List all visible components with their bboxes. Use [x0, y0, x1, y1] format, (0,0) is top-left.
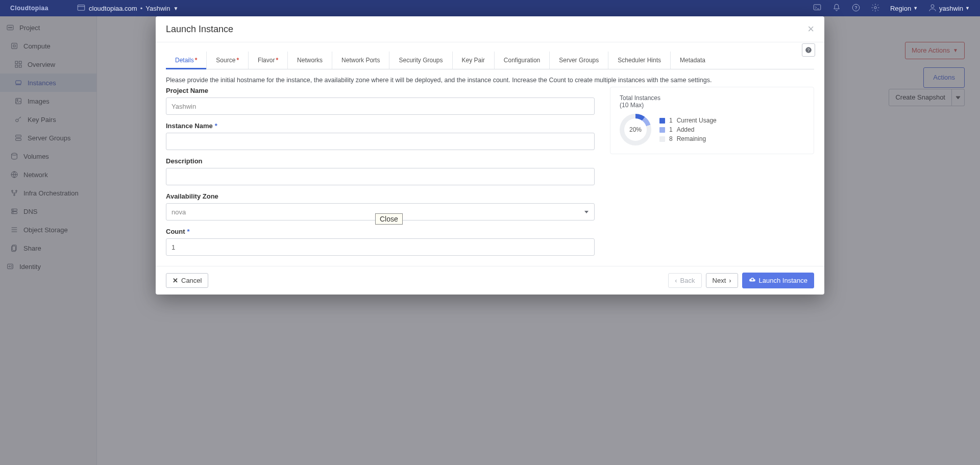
- required-star-icon: *: [195, 57, 198, 64]
- caret-down-icon: ▼: [913, 6, 918, 11]
- legend-added: 1 Added: [659, 126, 717, 133]
- modal-overlay: Launch Instance × ? Details* Source* Fla…: [0, 16, 980, 465]
- field-description: Description: [166, 157, 595, 185]
- form-area: Project Name Instance Name * Description: [166, 87, 814, 258]
- back-label: Back: [680, 277, 695, 284]
- tab-security-groups[interactable]: Security Groups: [389, 52, 452, 69]
- svg-point-7: [931, 5, 934, 8]
- tab-label: Source: [216, 57, 235, 64]
- cloud-upload-icon: [749, 276, 756, 285]
- topbar: Cloudtopiaa cloudtopiaa.com • Yashwin ▼ …: [0, 0, 980, 16]
- legend-label: Added: [677, 126, 695, 133]
- tab-scheduler-hints[interactable]: Scheduler Hints: [608, 52, 671, 69]
- tab-networks[interactable]: Networks: [288, 52, 332, 69]
- tab-source[interactable]: Source*: [207, 52, 249, 69]
- user-menu[interactable]: yashwin ▼: [928, 3, 970, 14]
- tab-label: Details: [175, 57, 194, 64]
- cancel-button[interactable]: ✕ Cancel: [166, 273, 208, 288]
- tab-flavor[interactable]: Flavor*: [249, 52, 288, 69]
- close-tooltip: Close: [375, 213, 403, 225]
- tab-network-ports[interactable]: Network Ports: [332, 52, 389, 69]
- project-name-label: Project Name: [166, 87, 595, 94]
- tab-description: Please provide the initial hostname for …: [166, 77, 814, 84]
- settings-gear-icon[interactable]: [871, 3, 880, 14]
- legend-current-usage: 1 Current Usage: [659, 117, 717, 124]
- required-star-icon: *: [236, 57, 239, 64]
- cancel-label: Cancel: [181, 277, 202, 284]
- required-star-icon: *: [215, 122, 217, 130]
- label-text: Instance Name: [166, 122, 213, 130]
- form-left: Project Name Instance Name * Description: [166, 87, 595, 258]
- close-icon[interactable]: ×: [807, 23, 814, 35]
- legend-value: 8: [669, 135, 673, 142]
- modal-footer: ✕ Cancel ‹ Back Next › Launch Instance: [156, 266, 824, 295]
- tab-label: Metadata: [680, 57, 705, 64]
- launch-instance-modal: Launch Instance × ? Details* Source* Fla…: [156, 16, 824, 295]
- console-icon[interactable]: [813, 3, 822, 14]
- svg-rect-2: [814, 5, 821, 10]
- count-label: Count *: [166, 228, 595, 235]
- chevron-left-icon: ‹: [675, 277, 677, 284]
- tab-label: Flavor: [258, 57, 275, 64]
- bell-icon[interactable]: [832, 3, 841, 14]
- usage-max: (10 Max): [620, 102, 804, 109]
- tab-label: Server Groups: [559, 57, 599, 64]
- tab-configuration[interactable]: Configuration: [495, 52, 550, 69]
- legend-label: Current Usage: [677, 117, 717, 124]
- description-label: Description: [166, 157, 595, 165]
- swatch-icon: [659, 127, 665, 133]
- required-star-icon: *: [276, 57, 278, 64]
- svg-rect-0: [78, 5, 85, 10]
- domain-name: cloudtopiaa.com: [89, 5, 137, 12]
- instance-name-label: Instance Name *: [166, 122, 595, 130]
- tab-metadata[interactable]: Metadata: [671, 52, 715, 69]
- wizard-tabs: Details* Source* Flavor* Networks Networ…: [166, 52, 814, 69]
- usage-body: 20% 1 Current Usage 1 Added: [620, 114, 804, 145]
- help-button[interactable]: ?: [802, 43, 815, 57]
- tab-label: Key Pair: [462, 57, 485, 64]
- required-star-icon: *: [187, 228, 190, 235]
- count-input[interactable]: [166, 238, 595, 256]
- caret-down-icon: ▼: [173, 6, 178, 11]
- help-icon[interactable]: ?: [851, 3, 861, 14]
- x-icon: ✕: [173, 277, 178, 284]
- region-dropdown[interactable]: Region ▼: [890, 5, 918, 12]
- project-name: Yashwin: [145, 5, 170, 12]
- back-button: ‹ Back: [668, 273, 701, 288]
- field-project-name: Project Name: [166, 87, 595, 115]
- tab-server-groups[interactable]: Server Groups: [550, 52, 608, 69]
- project-context-switcher[interactable]: cloudtopiaa.com • Yashwin ▼: [77, 3, 178, 14]
- domain-icon: [77, 3, 86, 14]
- tab-label: Configuration: [504, 57, 540, 64]
- usage-percent: 20%: [624, 118, 647, 141]
- tab-key-pair[interactable]: Key Pair: [453, 52, 495, 69]
- legend-label: Remaining: [677, 135, 706, 142]
- usage-legend: 1 Current Usage 1 Added 8: [659, 117, 717, 142]
- tab-label: Networks: [297, 57, 323, 64]
- description-input[interactable]: [166, 168, 595, 185]
- chevron-right-icon: ›: [729, 277, 731, 284]
- swatch-icon: [659, 118, 665, 124]
- tab-label: Security Groups: [399, 57, 443, 64]
- launch-instance-button[interactable]: Launch Instance: [742, 273, 814, 288]
- availability-zone-label: Availability Zone: [166, 192, 595, 200]
- next-label: Next: [713, 277, 726, 284]
- tab-label: Network Ports: [341, 57, 380, 64]
- usage-donut-chart: 20%: [620, 114, 651, 145]
- user-icon: [928, 3, 937, 14]
- project-name-input: [166, 97, 595, 115]
- usage-panel: Total Instances (10 Max) 20% 1 Current U…: [610, 87, 814, 154]
- separator-dot: •: [140, 5, 143, 12]
- usage-title: Total Instances: [620, 94, 804, 102]
- swatch-icon: [659, 136, 665, 142]
- tab-details[interactable]: Details*: [166, 52, 207, 69]
- svg-text:?: ?: [807, 48, 810, 53]
- svg-point-6: [874, 6, 877, 9]
- caret-down-icon: ▼: [965, 6, 970, 11]
- instance-name-input[interactable]: [166, 133, 595, 150]
- next-button[interactable]: Next ›: [706, 273, 738, 288]
- launch-label: Launch Instance: [759, 277, 807, 284]
- legend-value: 1: [669, 126, 673, 133]
- field-count: Count *: [166, 228, 595, 256]
- region-label: Region: [890, 5, 911, 12]
